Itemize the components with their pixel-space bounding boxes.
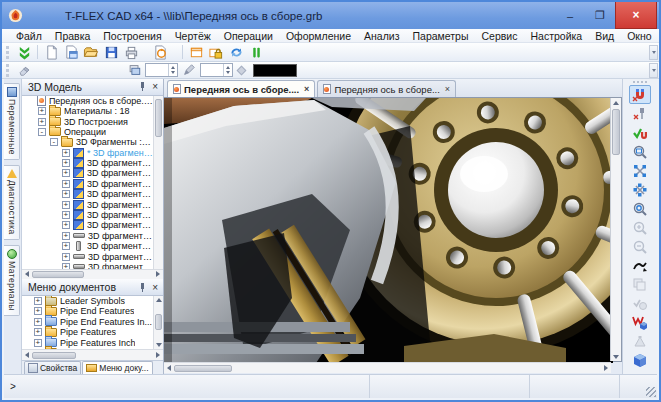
maximize-button[interactable]: ❐: [585, 2, 615, 29]
expander-icon[interactable]: +: [62, 242, 70, 250]
side-tab[interactable]: Материалы: [4, 245, 20, 316]
expander-icon[interactable]: +: [62, 253, 70, 261]
regenerate-icon[interactable]: [227, 44, 245, 61]
expander-icon[interactable]: +: [62, 149, 70, 157]
copies-icon[interactable]: [629, 275, 651, 294]
layer-spinner[interactable]: [145, 63, 178, 77]
menu-item[interactable]: Чертёж: [169, 30, 217, 42]
menu-item[interactable]: Вид: [589, 30, 620, 42]
expand-toolbars-icon[interactable]: [15, 44, 33, 61]
sketch-3d-path-icon[interactable]: [629, 256, 651, 275]
left-panel-tab[interactable]: Свойства: [24, 361, 81, 374]
tab-close-icon[interactable]: ×: [304, 84, 309, 94]
tree-row[interactable]: + 3D фрагмент_41: [22, 210, 153, 220]
panel-close-icon[interactable]: ×: [150, 283, 160, 292]
tree-row[interactable]: + * 3D фрагмент_1: [22, 148, 153, 158]
3d-view-cube-icon[interactable]: [629, 351, 651, 370]
zoom-out-icon[interactable]: [629, 237, 651, 256]
expander-icon[interactable]: +: [38, 107, 46, 115]
no-rotate-magnet-icon[interactable]: [629, 85, 651, 104]
side-tab[interactable]: Переменные: [4, 83, 20, 160]
expander-icon[interactable]: +: [62, 190, 70, 198]
expander-icon[interactable]: +: [34, 328, 42, 336]
fit-page-icon[interactable]: [629, 180, 651, 199]
tree-row[interactable]: + 3D фрагмент_45: [22, 220, 153, 230]
document-tab[interactable]: Передняя ось в сборе... ×: [317, 80, 456, 97]
eraser-icon[interactable]: [15, 62, 33, 79]
expander-icon[interactable]: -: [50, 138, 58, 146]
documents-tree-hscrollbar[interactable]: [22, 349, 163, 360]
pin-icon[interactable]: [138, 283, 147, 292]
print-icon[interactable]: [122, 44, 140, 61]
expander-icon[interactable]: +: [62, 211, 70, 219]
tab-close-icon[interactable]: ×: [445, 84, 450, 94]
expander-icon[interactable]: +: [34, 339, 42, 347]
tree-row[interactable]: - Операции: [22, 127, 153, 137]
tree-row[interactable]: + 3D фрагмент_57: [22, 251, 153, 261]
tree-row[interactable]: + Материалы : 18: [22, 106, 153, 116]
minimize-button[interactable]: –: [555, 2, 585, 29]
toolbar-grip[interactable]: [6, 46, 11, 59]
menu-item[interactable]: Сервис: [476, 30, 524, 42]
tree-row[interactable]: + 3D фрагмент_31: [22, 189, 153, 199]
3d-viewport[interactable]: [164, 97, 622, 362]
panel-close-icon[interactable]: ×: [150, 82, 160, 91]
expander-icon[interactable]: +: [62, 201, 70, 209]
tree-row[interactable]: + 3D фрагмент_10: [22, 158, 153, 168]
tree-row[interactable]: + 3D Построения: [22, 116, 153, 126]
side-tab[interactable]: Диагностика: [4, 165, 20, 240]
mass-properties-icon[interactable]: [629, 332, 651, 351]
layers-icon[interactable]: [125, 62, 143, 79]
pin-icon[interactable]: [138, 82, 147, 91]
tree-row[interactable]: + 3D фрагмент_12: [22, 168, 153, 178]
save-document-icon[interactable]: [102, 44, 120, 61]
tree-row[interactable]: + 3D фрагмент_14: [22, 179, 153, 189]
toolbar-overflow-button[interactable]: [649, 45, 658, 60]
expander-icon[interactable]: +: [34, 307, 42, 315]
menu-item[interactable]: Операции: [218, 30, 279, 42]
expander-icon[interactable]: +: [62, 221, 70, 229]
menu-item[interactable]: Правка: [49, 30, 96, 42]
new-document-icon[interactable]: [42, 44, 60, 61]
check-solid-icon[interactable]: [629, 294, 651, 313]
documents-tree-vscrollbar[interactable]: [153, 296, 163, 349]
close-button[interactable]: ×: [615, 2, 657, 29]
color-swatch[interactable]: [253, 64, 297, 77]
pause-icon[interactable]: [247, 44, 265, 61]
tree-row[interactable]: Передняя ось в сборе.grb: [22, 96, 153, 106]
left-panel-tab[interactable]: Меню доку...: [82, 361, 152, 374]
expander-icon[interactable]: -: [38, 128, 46, 136]
tree-row[interactable]: + 3D фрагмент_55: [22, 241, 153, 251]
model-tree-vscrollbar[interactable]: [153, 96, 163, 269]
viewport-vscrollbar[interactable]: [610, 98, 621, 361]
tree-row[interactable]: - 3D Фрагменты : 101: [22, 137, 153, 147]
zoom-in-icon[interactable]: [629, 218, 651, 237]
viewport-hscrollbar[interactable]: [164, 362, 611, 373]
welding-icon[interactable]: [629, 313, 651, 332]
expander-icon[interactable]: +: [34, 318, 42, 326]
tree-row[interactable]: + 3D фрагмент_59: [22, 262, 153, 269]
menu-item[interactable]: Параметры: [407, 30, 475, 42]
document-tab[interactable]: Передняя ось в сборе.... ×: [167, 80, 315, 97]
brush-icon[interactable]: [180, 62, 198, 79]
menu-item[interactable]: Окно: [621, 30, 657, 42]
tree-row[interactable]: + 3D фрагмент_51: [22, 231, 153, 241]
expander-icon[interactable]: +: [62, 180, 70, 188]
material-diamond-icon[interactable]: [237, 65, 247, 75]
toolbar-grip[interactable]: [6, 64, 11, 77]
menu-item[interactable]: Оформление: [280, 30, 357, 42]
scale-spinner-value[interactable]: [201, 64, 223, 76]
document-protection-icon[interactable]: [207, 44, 225, 61]
insert-fragment-icon[interactable]: [151, 44, 169, 61]
menu-item[interactable]: Анализ: [358, 30, 405, 42]
scale-spinner[interactable]: [200, 63, 233, 77]
autorotate-check-icon[interactable]: [629, 123, 651, 142]
expander-icon[interactable]: +: [62, 159, 70, 167]
expander-icon[interactable]: +: [62, 169, 70, 177]
resize-grip[interactable]: [646, 387, 656, 397]
layer-spinner-value[interactable]: [146, 64, 168, 76]
menu-item[interactable]: Построения: [97, 30, 167, 42]
toolbar-overflow-button[interactable]: [649, 63, 658, 78]
no-pin-icon[interactable]: [629, 104, 651, 123]
new-window-icon[interactable]: [187, 44, 205, 61]
